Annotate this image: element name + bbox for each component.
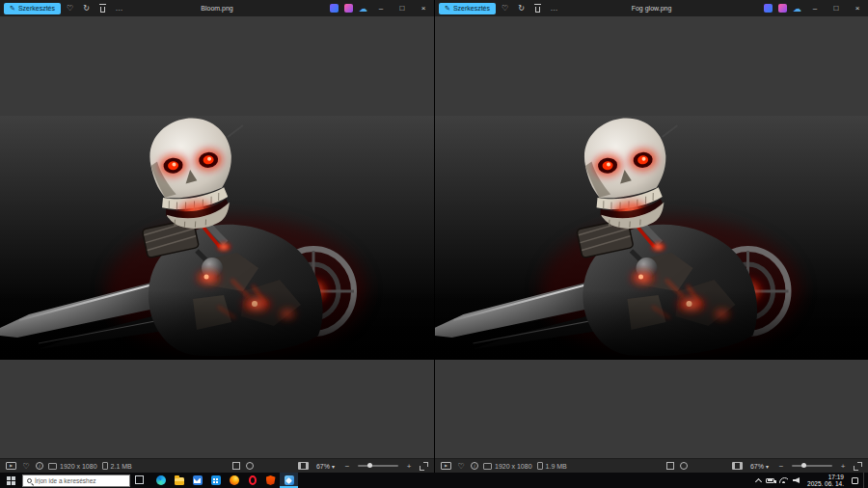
resolution-text: 1920 x 1080: [60, 463, 97, 470]
resolution-meta: 1920 x 1080: [48, 463, 97, 470]
toolbar-left: ✎ Szerkesztés ♡ ↻ …: [4, 1, 126, 15]
start-button[interactable]: [0, 473, 21, 488]
fit-to-window-icon[interactable]: [666, 462, 674, 470]
zoom-in-icon[interactable]: +: [404, 461, 414, 472]
taskbar-app-brave[interactable]: [261, 473, 280, 488]
trash-lid: [534, 4, 541, 5]
slideshow-icon[interactable]: ▶: [6, 462, 16, 470]
zoom-level-value: 67%: [750, 463, 764, 470]
system-tray: 17:19 2025. 06. 14.: [754, 473, 868, 488]
view-statusbar: ▶ ♡ i 1920 x 1080 2.1 MB 67%▾ − +: [0, 458, 434, 473]
titlebar[interactable]: ✎ Szerkesztés ♡ ↻ … Fog glow.png ☁ – □ ×: [435, 0, 868, 16]
zoom-out-icon[interactable]: −: [342, 461, 352, 472]
zoom-slider[interactable]: [792, 465, 832, 467]
favorite-icon[interactable]: ♡: [63, 1, 77, 15]
maximize-button[interactable]: □: [826, 0, 847, 16]
fit-to-window-icon[interactable]: [232, 462, 240, 470]
clock-date: 2025. 06. 14.: [807, 480, 844, 487]
zoom-controls: 67%▾ − +: [666, 461, 862, 472]
task-view-icon: [137, 477, 144, 484]
brave-icon: [266, 475, 276, 485]
clipchamp-icon[interactable]: [764, 4, 773, 13]
zoom-slider[interactable]: [358, 465, 398, 467]
taskbar-app-firefox[interactable]: [225, 473, 243, 488]
fullscreen-icon[interactable]: [854, 462, 862, 471]
favorite-icon[interactable]: ♡: [21, 461, 31, 472]
minimize-button[interactable]: –: [370, 0, 392, 16]
close-button[interactable]: ×: [847, 0, 868, 16]
photo-canvas[interactable]: [435, 16, 868, 458]
more-options-icon[interactable]: …: [112, 1, 126, 15]
zoom-slider-thumb[interactable]: [367, 463, 372, 468]
onedrive-icon[interactable]: ☁: [793, 4, 801, 13]
battery-icon: [766, 478, 774, 483]
file-size-text: 2.1 MB: [111, 463, 132, 470]
edit-button[interactable]: ✎ Szerkesztés: [439, 3, 496, 14]
edit-button[interactable]: ✎ Szerkesztés: [4, 3, 61, 14]
zoom-slider-thumb[interactable]: [801, 463, 806, 468]
store-icon: [211, 475, 221, 485]
file-size-text: 1.9 MB: [546, 463, 567, 470]
slideshow-icon[interactable]: ▶: [441, 462, 451, 470]
taskbar-app-mail[interactable]: [188, 473, 206, 488]
show-desktop-button[interactable]: [863, 473, 866, 488]
delete-icon[interactable]: [95, 1, 110, 15]
edit-button-label: Szerkesztés: [18, 5, 55, 12]
taskbar-app-file-explorer[interactable]: [170, 473, 188, 488]
file-size-meta: 1.9 MB: [537, 462, 567, 470]
delete-icon[interactable]: [530, 1, 545, 15]
onedrive-icon[interactable]: ☁: [359, 4, 367, 13]
window-title: Bloom.png: [201, 5, 232, 12]
search-input[interactable]: [35, 477, 123, 484]
minimize-button[interactable]: –: [804, 0, 826, 16]
taskbar-apps: [151, 473, 298, 488]
titlebar[interactable]: ✎ Szerkesztés ♡ ↻ … Bloom.png ☁ – □ ×: [0, 0, 434, 16]
volume-button[interactable]: [793, 473, 800, 488]
info-icon[interactable]: i: [36, 462, 43, 470]
toolbar-right: ☁ – □ ×: [761, 0, 868, 16]
filmstrip-icon[interactable]: [298, 462, 309, 470]
action-center-button[interactable]: [852, 473, 858, 488]
zoom-level-dropdown[interactable]: 67%▾: [314, 463, 337, 470]
speaker-icon: [793, 477, 800, 483]
info-icon[interactable]: i: [471, 462, 478, 470]
rotate-icon[interactable]: ↻: [79, 1, 94, 15]
taskbar-app-store[interactable]: [206, 473, 225, 488]
rotate-icon[interactable]: ↻: [514, 1, 529, 15]
zoom-in-icon[interactable]: +: [838, 461, 848, 472]
dimensions-icon: [48, 463, 57, 470]
trash-body: [100, 7, 105, 13]
toolbar-left: ✎ Szerkesztés ♡ ↻ …: [439, 1, 561, 15]
edit-pencil-icon: ✎: [445, 5, 450, 13]
chevron-down-icon: ▾: [766, 463, 769, 470]
toolbar-right: ☁ – □ ×: [327, 0, 434, 16]
designer-icon[interactable]: [778, 4, 787, 13]
actual-size-icon[interactable]: [680, 462, 688, 470]
taskbar-search[interactable]: [22, 474, 130, 487]
favorite-icon[interactable]: ♡: [498, 1, 512, 15]
notification-icon: [852, 477, 858, 484]
zoom-level-dropdown[interactable]: 67%▾: [748, 463, 771, 470]
zoom-out-icon[interactable]: −: [776, 461, 786, 472]
favorite-icon[interactable]: ♡: [456, 461, 466, 472]
taskbar-app-edge[interactable]: [151, 473, 170, 488]
task-view-button[interactable]: [130, 473, 149, 488]
designer-icon[interactable]: [344, 4, 353, 13]
taskbar-clock[interactable]: 17:19 2025. 06. 14.: [807, 474, 844, 488]
clipchamp-icon[interactable]: [330, 4, 339, 13]
resolution-meta: 1920 x 1080: [483, 463, 532, 470]
close-button[interactable]: ×: [413, 0, 434, 16]
network-button[interactable]: [779, 473, 788, 488]
battery-button[interactable]: [766, 473, 774, 488]
taskbar-app-opera[interactable]: [243, 473, 261, 488]
hidden-icons-button[interactable]: [754, 473, 761, 488]
fullscreen-icon[interactable]: [420, 462, 428, 471]
taskbar-app-photos[interactable]: [280, 473, 298, 488]
photo-canvas[interactable]: [0, 16, 434, 458]
more-options-icon[interactable]: …: [547, 1, 561, 15]
maximize-button[interactable]: □: [392, 0, 413, 16]
actual-size-icon[interactable]: [246, 462, 254, 470]
clock-time: 17:19: [807, 474, 844, 480]
file-size-icon: [102, 462, 108, 470]
filmstrip-icon[interactable]: [732, 462, 743, 470]
